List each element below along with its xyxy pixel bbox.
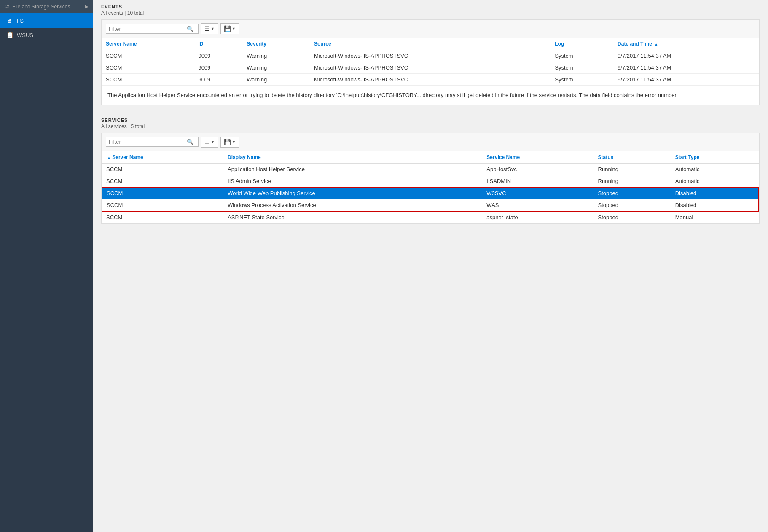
sidebar-item-file-storage[interactable]: 🗂 File and Storage Services ▶ xyxy=(0,0,93,13)
services-table-row[interactable]: SCCMASP.NET State Serviceaspnet_stateSto… xyxy=(102,211,759,223)
services-table-row[interactable]: SCCMIIS Admin ServiceIISADMINRunningAuto… xyxy=(102,175,759,187)
wsus-icon: 📋 xyxy=(6,32,13,38)
services-cell-display-name: Windows Process Activation Service xyxy=(223,199,482,211)
events-col-id[interactable]: ID xyxy=(194,38,242,50)
events-cell-datetime: 9/7/2017 11:54:37 AM xyxy=(613,50,759,62)
services-columns-button[interactable]: ☰ ▼ xyxy=(201,137,218,148)
services-cell-display-name: World Wide Web Publishing Service xyxy=(223,187,482,199)
events-cell-log: System xyxy=(550,62,613,74)
services-filter-bar: 🔍 ☰ ▼ 💾 ▼ xyxy=(102,133,759,151)
events-table: Server Name ID Severity Source Log xyxy=(102,38,759,86)
services-col-display-name[interactable]: Display Name xyxy=(223,151,482,164)
services-save-chevron: ▼ xyxy=(232,140,236,144)
events-cell-source: Microsoft-Windows-IIS-APPHOSTSVC xyxy=(310,62,550,74)
events-cell-severity: Warning xyxy=(242,74,310,86)
events-table-row[interactable]: SCCM 9009 Warning Microsoft-Windows-IIS-… xyxy=(102,74,759,86)
events-table-container: 🔍 ☰ ▼ 💾 ▼ Server Name xyxy=(101,19,760,105)
services-cell-start-type: Automatic xyxy=(671,175,759,187)
services-cell-start-type: Automatic xyxy=(671,163,759,175)
services-search-icon[interactable]: 🔍 xyxy=(187,139,193,145)
events-col-severity[interactable]: Severity xyxy=(242,38,310,50)
events-save-button[interactable]: 💾 ▼ xyxy=(220,23,239,34)
services-cell-service-name: W3SVC xyxy=(482,187,593,199)
events-table-header-row: Server Name ID Severity Source Log xyxy=(102,38,759,50)
services-cell-status: Stopped xyxy=(594,187,671,199)
services-save-icon: 💾 xyxy=(224,139,231,145)
events-cell-source: Microsoft-Windows-IIS-APPHOSTSVC xyxy=(310,50,550,62)
chevron-right-icon: ▶ xyxy=(85,4,89,9)
sidebar-item-wsus[interactable]: 📋 WSUS xyxy=(0,28,93,42)
events-filter-input[interactable] xyxy=(109,26,187,32)
services-cell-status: Running xyxy=(594,175,671,187)
events-cell-log: System xyxy=(550,50,613,62)
events-cell-id: 9009 xyxy=(194,50,242,62)
services-cell-status: Stopped xyxy=(594,211,671,223)
services-table-container: 🔍 ☰ ▼ 💾 ▼ ▲ Server Name xyxy=(101,133,760,224)
services-cell-start-type: Disabled xyxy=(671,187,759,199)
services-save-button[interactable]: 💾 ▼ xyxy=(220,137,239,148)
events-columns-button[interactable]: ☰ ▼ xyxy=(201,23,218,34)
events-cell-server-name: SCCM xyxy=(102,74,194,86)
services-cell-service-name: WAS xyxy=(482,199,593,211)
events-section: EVENTS All events | 10 total 🔍 ☰ ▼ 💾 ▼ xyxy=(93,0,768,113)
sidebar-item-iis[interactable]: 🖥 IIS xyxy=(0,13,93,28)
events-cell-datetime: 9/7/2017 11:54:37 AM xyxy=(613,62,759,74)
events-filter-input-wrap: 🔍 xyxy=(106,24,199,34)
services-section-title: SERVICES xyxy=(101,118,760,123)
services-table-row[interactable]: SCCMApplication Host Helper ServiceAppHo… xyxy=(102,163,759,175)
services-cell-display-name: Application Host Helper Service xyxy=(223,163,482,175)
sidebar-item-iis-label: IIS xyxy=(17,18,24,24)
file-storage-icon: 🗂 xyxy=(4,3,10,10)
events-cell-id: 9009 xyxy=(194,62,242,74)
services-table: ▲ Server Name Display Name Service Name … xyxy=(102,151,759,223)
events-columns-chevron: ▼ xyxy=(211,27,215,31)
services-cell-display-name: IIS Admin Service xyxy=(223,175,482,187)
events-search-icon[interactable]: 🔍 xyxy=(187,26,193,32)
iis-icon: 🖥 xyxy=(6,17,13,24)
services-col-server-name[interactable]: ▲ Server Name xyxy=(102,151,223,164)
events-section-subtitle: All events | 10 total xyxy=(101,10,760,16)
services-cell-server-name: SCCM xyxy=(102,211,223,223)
events-cell-server-name: SCCM xyxy=(102,62,194,74)
events-col-datetime[interactable]: Date and Time ▲ xyxy=(613,38,759,50)
events-col-source[interactable]: Source xyxy=(310,38,550,50)
sort-indicator-server-icon: ▲ xyxy=(107,156,111,160)
services-columns-chevron: ▼ xyxy=(211,140,215,144)
events-col-server-name[interactable]: Server Name xyxy=(102,38,194,50)
services-cell-display-name: ASP.NET State Service xyxy=(223,211,482,223)
events-table-row[interactable]: SCCM 9009 Warning Microsoft-Windows-IIS-… xyxy=(102,50,759,62)
services-cell-service-name: AppHostSvc xyxy=(482,163,593,175)
events-description: The Application Host Helper Service enco… xyxy=(102,86,759,105)
services-col-start-type[interactable]: Start Type xyxy=(671,151,759,164)
services-cell-server-name: SCCM xyxy=(102,163,223,175)
services-cell-server-name: SCCM xyxy=(102,175,223,187)
services-cell-service-name: IISADMIN xyxy=(482,175,593,187)
events-filter-bar: 🔍 ☰ ▼ 💾 ▼ xyxy=(102,20,759,38)
events-col-log[interactable]: Log xyxy=(550,38,613,50)
services-cell-server-name: SCCM xyxy=(102,199,223,211)
events-cell-id: 9009 xyxy=(194,74,242,86)
services-cell-status: Running xyxy=(594,163,671,175)
services-table-row[interactable]: SCCMWindows Process Activation ServiceWA… xyxy=(102,199,759,211)
services-col-service-name[interactable]: Service Name xyxy=(482,151,593,164)
services-filter-input[interactable] xyxy=(109,139,187,145)
events-cell-source: Microsoft-Windows-IIS-APPHOSTSVC xyxy=(310,74,550,86)
events-cell-datetime: 9/7/2017 11:54:37 AM xyxy=(613,74,759,86)
events-cell-server-name: SCCM xyxy=(102,50,194,62)
services-table-row[interactable]: SCCMWorld Wide Web Publishing ServiceW3S… xyxy=(102,187,759,199)
events-table-row[interactable]: SCCM 9009 Warning Microsoft-Windows-IIS-… xyxy=(102,62,759,74)
services-cell-service-name: aspnet_state xyxy=(482,211,593,223)
events-section-title: EVENTS xyxy=(101,4,760,9)
services-table-header-row: ▲ Server Name Display Name Service Name … xyxy=(102,151,759,164)
events-cell-severity: Warning xyxy=(242,50,310,62)
sort-indicator-icon: ▲ xyxy=(654,42,658,46)
main-content: EVENTS All events | 10 total 🔍 ☰ ▼ 💾 ▼ xyxy=(93,0,768,532)
sidebar: 🗂 File and Storage Services ▶ 🖥 IIS 📋 WS… xyxy=(0,0,93,532)
sidebar-file-storage-label: File and Storage Services xyxy=(12,4,70,10)
sidebar-item-wsus-label: WSUS xyxy=(17,32,33,38)
services-col-status[interactable]: Status xyxy=(594,151,671,164)
services-cell-start-type: Manual xyxy=(671,211,759,223)
events-cell-severity: Warning xyxy=(242,62,310,74)
services-section-subtitle: All services | 5 total xyxy=(101,124,760,129)
services-cell-start-type: Disabled xyxy=(671,199,759,211)
